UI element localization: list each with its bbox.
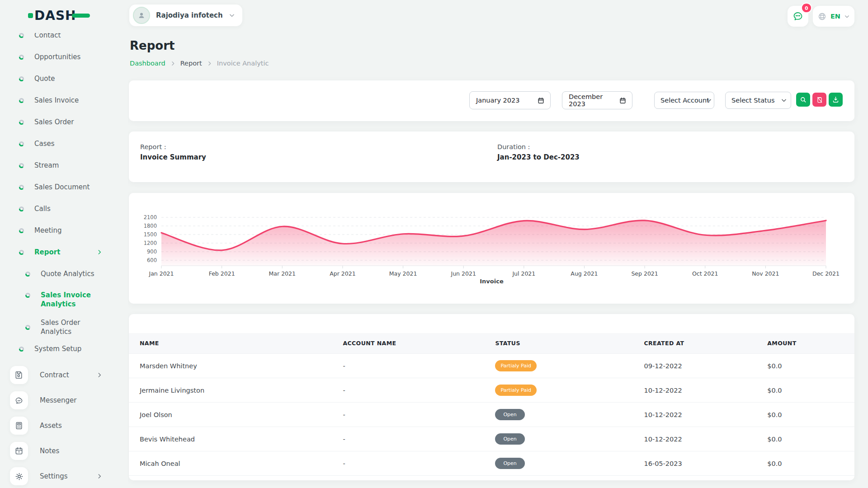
status-select[interactable]: Select Status <box>725 92 791 109</box>
company-selector[interactable]: Rajodiya infotech <box>129 5 242 26</box>
x-axis-label: Apr 2021 <box>330 270 355 277</box>
search-button[interactable] <box>796 93 810 107</box>
cell-amount: $0.0 <box>756 403 854 427</box>
status-select-value: Select Status <box>731 97 775 104</box>
cell-amount: $0.0 <box>756 451 854 476</box>
menu-bullet-icon <box>19 347 24 352</box>
contract-floppy-icon <box>10 366 28 384</box>
cell-name: Marsden Whitney <box>129 354 332 378</box>
breadcrumb-report[interactable]: Report <box>180 60 202 67</box>
sidebar-item-label: Sales Document <box>34 183 90 191</box>
sidebar-item-system-setup[interactable]: System Setup <box>19 338 128 360</box>
end-date-value: December 2023 <box>569 93 619 108</box>
cell-status: Partialy Paid <box>484 354 633 378</box>
sidebar-item-meeting[interactable]: Meeting <box>19 220 128 241</box>
sidebar-item-assets[interactable]: Assets <box>10 413 103 438</box>
sidebar-item-label: Messenger <box>40 396 76 404</box>
sidebar-item-label: Contact <box>34 33 61 39</box>
breadcrumb-current: Invoice Analytic <box>217 60 269 67</box>
sidebar-menu: ContactOpportunitiesQuoteSales InvoiceSa… <box>0 33 128 488</box>
sidebar-item-label: Stream <box>34 161 59 169</box>
status-badge: Open <box>495 458 524 469</box>
calendar-icon[interactable] <box>537 97 545 104</box>
duration-label: Duration : <box>497 143 530 150</box>
chevron-right-icon <box>207 61 212 66</box>
breadcrumb-dashboard[interactable]: Dashboard <box>130 60 165 67</box>
column-header-created-at: CREATED AT <box>633 333 756 354</box>
sidebar-item-contact[interactable]: Contact <box>19 33 128 46</box>
chart-svg: 2100180015001200900600Jan 2021Feb 2021Ma… <box>134 211 840 280</box>
sidebar-item-messenger[interactable]: Messenger <box>10 388 103 413</box>
sidebar-item-sales-invoice[interactable]: Sales Invoice <box>19 89 128 111</box>
filter-card: January 2023 December 2023 Select Accoun… <box>129 80 854 121</box>
chart-legend: Invoice <box>129 278 854 285</box>
app-logo[interactable]: DASH <box>28 7 76 23</box>
sidebar-item-opportunities[interactable]: Opportunities <box>19 46 128 68</box>
menu-bullet-icon <box>19 250 24 255</box>
sidebar-item-cases[interactable]: Cases <box>19 133 128 155</box>
table-row[interactable]: Joel Olson-Open10-12-2022$0.0 <box>129 403 854 427</box>
cell-name: Micah Oneal <box>129 451 332 476</box>
cell-amount: $0.0 <box>756 378 854 403</box>
cell-created-at: 09-12-2022 <box>633 354 756 378</box>
x-axis-label: Sep 2021 <box>631 270 658 277</box>
invoice-table: NAMEACCOUNT NAMESTATUSCREATED ATAMOUNT M… <box>129 333 854 476</box>
menu-bullet-icon <box>19 163 24 168</box>
column-header-account-name: ACCOUNT NAME <box>332 333 484 354</box>
cell-name: Bevis Whitehead <box>129 427 332 451</box>
x-axis-label: Feb 2021 <box>209 270 235 277</box>
page-title: Report <box>130 39 175 52</box>
start-date-input[interactable]: January 2023 <box>469 91 551 109</box>
sidebar-item-sales-document[interactable]: Sales Document <box>19 176 128 198</box>
sidebar-item-contract[interactable]: Contract <box>10 362 103 388</box>
status-badge: Partialy Paid <box>495 360 537 371</box>
sidebar-item-label: Settings <box>40 472 68 480</box>
sidebar-item-quote-analytics[interactable]: Quote Analytics <box>19 263 128 285</box>
sidebar-item-calls[interactable]: Calls <box>19 198 128 220</box>
column-header-name: NAME <box>129 333 332 354</box>
cell-created-at: 10-12-2022 <box>633 427 756 451</box>
table-header-row: NAMEACCOUNT NAMESTATUSCREATED ATAMOUNT <box>129 333 854 354</box>
sidebar-item-notes[interactable]: Notes <box>10 438 103 464</box>
language-selector[interactable]: EN <box>813 6 854 27</box>
table-row[interactable]: Bevis Whitehead-Open10-12-2022$0.0 <box>129 427 854 451</box>
account-select-value: Select Account <box>660 97 709 104</box>
cell-amount: $0.0 <box>756 354 854 378</box>
sidebar-item-label: Notes <box>40 447 59 455</box>
chevron-down-icon <box>229 12 235 19</box>
sidebar-item-quote[interactable]: Quote <box>19 68 128 89</box>
sidebar-item-label: Cases <box>34 140 55 148</box>
sidebar-item-label: Contract <box>40 371 69 379</box>
assets-calculator-icon <box>10 417 28 435</box>
sidebar-item-sales-order-analytics[interactable]: Sales Order Analytics <box>19 316 128 338</box>
sidebar-item-label: Sales Invoice Analytics <box>41 291 103 309</box>
company-name: Rajodiya infotech <box>156 11 223 19</box>
notes-calendar-icon <box>10 442 28 460</box>
messenger-button[interactable]: 0 <box>788 6 808 27</box>
table-row[interactable]: Jermaine Livingston-Partialy Paid10-12-2… <box>129 378 854 403</box>
end-date-input[interactable]: December 2023 <box>562 91 632 109</box>
reset-filter-button[interactable] <box>812 93 826 107</box>
sidebar-item-report[interactable]: Report <box>19 241 128 263</box>
table-row[interactable]: Micah Oneal-Open16-05-2023$0.0 <box>129 451 854 476</box>
x-axis-label: Aug 2021 <box>571 270 598 277</box>
table-row[interactable]: Marsden Whitney-Partialy Paid09-12-2022$… <box>129 354 854 378</box>
sidebar-item-sales-order[interactable]: Sales Order <box>19 111 128 133</box>
sidebar-item-sales-invoice-analytics[interactable]: Sales Invoice Analytics <box>19 285 128 316</box>
account-select[interactable]: Select Account <box>654 92 714 109</box>
x-axis-label: Jun 2021 <box>451 270 476 277</box>
logo-dash-icon <box>72 14 90 18</box>
download-icon <box>832 96 840 103</box>
status-badge: Open <box>495 433 524 445</box>
menu-bullet-icon <box>19 228 24 233</box>
calendar-icon[interactable] <box>619 97 627 104</box>
cell-amount: $0.0 <box>756 427 854 451</box>
invoice-area-chart[interactable]: 2100180015001200900600Jan 2021Feb 2021Ma… <box>134 211 840 282</box>
chevron-down-icon <box>706 97 712 103</box>
download-button[interactable] <box>829 93 843 107</box>
cell-account-name: - <box>332 378 484 403</box>
sidebar-item-settings[interactable]: Settings <box>10 464 103 488</box>
chevron-down-icon <box>844 14 850 19</box>
sidebar-item-label: Assets <box>40 422 62 430</box>
sidebar-item-stream[interactable]: Stream <box>19 155 128 176</box>
